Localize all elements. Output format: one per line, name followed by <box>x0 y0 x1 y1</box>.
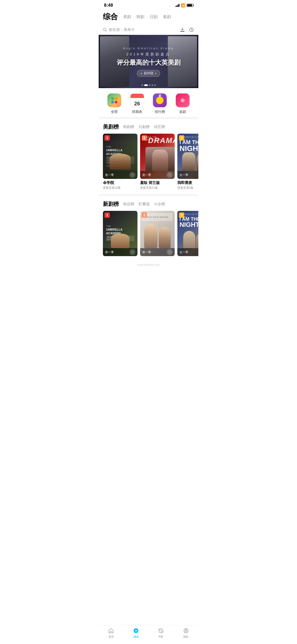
signal-icon <box>175 4 179 7</box>
schedule-icon: 26 <box>130 93 144 107</box>
quick-action-follow[interactable]: 追剧 <box>176 93 190 114</box>
status-time: 8:48 <box>104 3 113 8</box>
new-drama-title: 新剧榜 <box>103 200 119 208</box>
watermark: www.aihaike.com <box>99 260 198 269</box>
charts-tab-jp[interactable]: 日剧榜 <box>139 124 150 130</box>
card-2-season: 第一季 <box>142 173 151 177</box>
svg-line-1 <box>106 31 107 32</box>
banner-dot <box>141 84 143 86</box>
card-1-title: 伞学院 <box>103 181 137 185</box>
banner-year: 2018年度新剧盘点 <box>126 52 171 57</box>
card-1-footer: 第一季 ♡ <box>103 171 137 179</box>
banner-dot <box>154 84 156 86</box>
divider-2 <box>99 194 198 196</box>
wifi-icon: 📶 <box>181 3 185 7</box>
new-card-1-heart[interactable]: ♡ <box>129 249 135 255</box>
chart-card-3-img: 3 INSPIRED BY A TRUE STORY I AM THENIGHT… <box>177 134 198 179</box>
svg-rect-3 <box>111 97 114 100</box>
nav-tab-jp[interactable]: 日剧 <box>150 13 158 20</box>
charts-cards-row: 1 THE UMBRELLAACADEMY SUPER.DYSFUNCTIONA… <box>99 134 198 194</box>
download-icon[interactable] <box>180 27 185 32</box>
new-card-1[interactable]: 1 THE UMBRELLAACADEMY SUPER.DYSFUNCTIONA… <box>103 211 137 256</box>
new-drama-section: 新剧榜 热议榜 烂番茄 小众榜 1 THE UMBRELLAACADEMY SU… <box>99 196 198 260</box>
banner-badge: ● 剧评团 ● <box>137 70 160 77</box>
card-3-title: 我即黑夜 <box>177 181 198 185</box>
charts-section-header: 美剧榜 韩剧榜 日剧榜 综艺榜 <box>99 119 198 134</box>
card-3-footer: 全一季 ♡ <box>177 171 198 179</box>
new-card-2[interactable]: 2 2019 NEW DRAMA 第一季 ♡ <box>140 211 175 256</box>
card-3-subtitle: 更新至第5集 <box>177 186 198 190</box>
new-tab-hot[interactable]: 热议榜 <box>123 201 134 207</box>
all-icon <box>107 93 121 107</box>
new-tab-rotten[interactable]: 烂番茄 <box>139 201 150 207</box>
search-placeholder[interactable]: 都在搜：奥斯卡 <box>109 27 135 32</box>
new-card-1-img: 1 THE UMBRELLAACADEMY SUPER.DYSFUNCTIONA… <box>103 211 137 256</box>
follow-icon <box>176 93 190 107</box>
charts-tab-kr[interactable]: 韩剧榜 <box>123 124 134 130</box>
search-action-icons <box>180 27 194 32</box>
quick-label-follow: 追剧 <box>179 109 186 114</box>
new-card-3-season: 全一季 <box>179 250 188 254</box>
nav-tab-us[interactable]: 美剧 <box>123 13 131 20</box>
banner-dot-active <box>144 84 148 86</box>
divider-1 <box>99 117 198 119</box>
chart-card-1[interactable]: 1 THE UMBRELLAACADEMY SUPER.DYSFUNCTIONA… <box>103 134 137 190</box>
new-tab-niche[interactable]: 小众榜 <box>154 201 165 207</box>
new-card-2-season: 第一季 <box>142 250 151 254</box>
quick-action-schedule[interactable]: 26 排期表 <box>130 93 144 114</box>
card-2-heart[interactable]: ♡ <box>167 172 173 178</box>
quick-label-rank: 排行榜 <box>155 109 165 114</box>
card-1-heart[interactable]: ♡ <box>129 172 135 178</box>
rank-icon <box>153 93 167 107</box>
quick-actions: 全部 26 排期表 排行榜 追剧 <box>99 88 198 117</box>
nav-tab-kr[interactable]: 韩剧 <box>136 13 144 20</box>
banner-content: Anglo-American drama 2018年度新剧盘点 评分最高的十大英… <box>99 35 198 88</box>
banner-subtitle: Anglo-American drama <box>123 47 174 50</box>
new-drama-header: 新剧榜 热议榜 烂番茄 小众榜 <box>99 196 198 211</box>
calendar-date: 26 <box>134 101 140 107</box>
banner-title: 评分最高的十大英美剧 <box>117 58 181 67</box>
banner-dot <box>152 84 153 86</box>
charts-title: 美剧榜 <box>103 123 119 130</box>
banner-badge-text: 剧评团 <box>144 71 153 76</box>
nav-tab-th[interactable]: 泰剧 <box>163 13 171 20</box>
new-card-2-heart[interactable]: ♡ <box>167 249 173 255</box>
card-2-footer: 第一季 ♡ <box>140 171 175 179</box>
battery-icon <box>187 4 193 7</box>
quick-label-schedule: 排期表 <box>132 109 142 114</box>
new-card-1-season: 第一季 <box>105 250 114 254</box>
card-1-season: 第一季 <box>105 173 114 177</box>
chart-card-2[interactable]: 2 DRAMA BASED ONTRUE EVENTS 第一季 ♡ 羞耻 荷兰版… <box>140 134 175 190</box>
chart-card-1-img: 1 THE UMBRELLAACADEMY SUPER.DYSFUNCTIONA… <box>103 134 137 179</box>
card-1-subtitle: 更新至第10集 <box>103 186 137 190</box>
search-icon <box>103 28 107 32</box>
new-card-2-img: 2 2019 NEW DRAMA 第一季 ♡ <box>140 211 175 256</box>
new-card-3-footer: 全一季 ♡ <box>177 248 198 256</box>
new-card-3[interactable]: 3 INSPIRED BY A TRUE STORY I AM THENIGHT… <box>177 211 198 256</box>
new-card-3-img: 3 INSPIRED BY A TRUE STORY I AM THENIGHT… <box>177 211 198 256</box>
search-left[interactable]: 都在搜：奥斯卡 <box>103 27 135 32</box>
nav-tab-main[interactable]: 综合 <box>103 12 118 22</box>
quick-label-all: 全部 <box>111 109 118 114</box>
banner-dots <box>141 84 156 86</box>
charts-tab-variety[interactable]: 综艺榜 <box>154 124 165 130</box>
new-drama-cards-row: 1 THE UMBRELLAACADEMY SUPER.DYSFUNCTIONA… <box>99 211 198 260</box>
chart-card-3[interactable]: 3 INSPIRED BY A TRUE STORY I AM THENIGHT… <box>177 134 198 190</box>
nav-tabs: 综合 美剧 韩剧 日剧 泰剧 <box>99 10 198 25</box>
status-bar: 8:48 📶 <box>99 0 198 10</box>
card-2-title: 羞耻 荷兰版 <box>140 181 175 185</box>
card-3-season: 全一季 <box>179 173 188 177</box>
status-icons: 📶 <box>175 3 193 7</box>
quick-action-all[interactable]: 全部 <box>107 93 121 114</box>
svg-rect-6 <box>115 101 117 103</box>
history-icon[interactable] <box>189 27 194 32</box>
svg-rect-4 <box>115 97 117 100</box>
banner[interactable]: Anglo-American drama 2018年度新剧盘点 评分最高的十大英… <box>99 35 198 88</box>
new-card-1-footer: 第一季 ♡ <box>103 248 137 256</box>
banner-dot <box>149 84 150 86</box>
search-bar: 都在搜：奥斯卡 <box>99 25 198 35</box>
quick-action-rank[interactable]: 排行榜 <box>153 93 167 114</box>
new-card-2-footer: 第一季 ♡ <box>140 248 175 256</box>
chart-card-2-img: 2 DRAMA BASED ONTRUE EVENTS 第一季 ♡ <box>140 134 175 179</box>
card-2-subtitle: 更新至第11集 <box>140 186 175 190</box>
